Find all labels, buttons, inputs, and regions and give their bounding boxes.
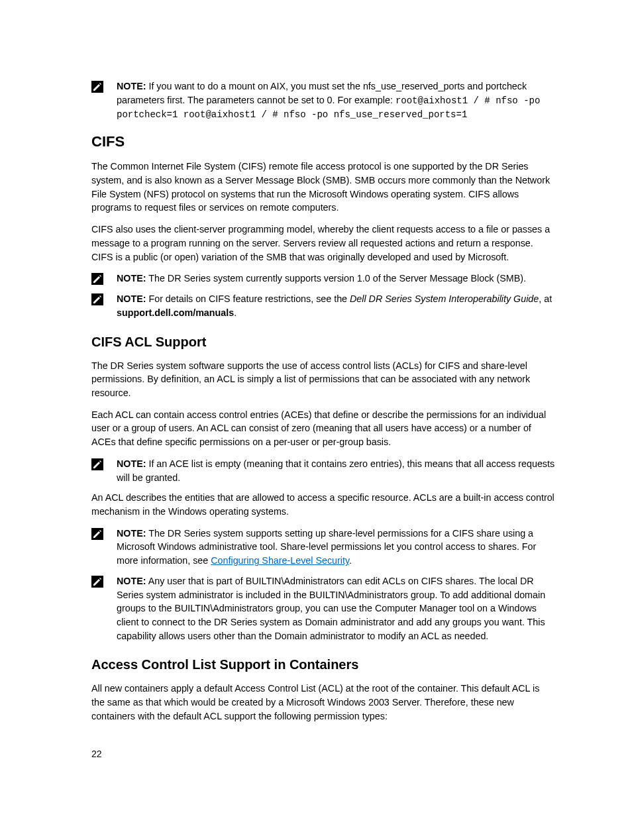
note-label: NOTE: xyxy=(117,458,146,469)
note-block-builtin: NOTE: Any user that is part of BUILTIN\A… xyxy=(91,574,555,643)
note-body: For details on CIFS feature restrictions… xyxy=(146,293,350,304)
note-body: , at xyxy=(539,293,552,304)
note-label: NOTE: xyxy=(117,576,146,586)
note-block-share-level: NOTE: The DR Series system supports sett… xyxy=(91,527,555,568)
paragraph: An ACL describes the entities that are a… xyxy=(91,491,555,518)
note-block-smb: NOTE: The DR Series system currently sup… xyxy=(91,272,555,286)
note-body: If an ACE list is empty (meaning that it… xyxy=(117,458,554,483)
pencil-icon xyxy=(91,81,103,93)
link-config-share-security[interactable]: Configuring Share-Level Security xyxy=(211,555,349,566)
note-label: NOTE: xyxy=(117,528,146,539)
note-block-ace: NOTE: If an ACE list is empty (meaning t… xyxy=(91,457,555,484)
paragraph: The DR Series system software supports t… xyxy=(91,359,555,400)
heading-acl-containers: Access Control List Support in Container… xyxy=(91,657,555,672)
pencil-icon xyxy=(91,458,103,470)
note-text: NOTE: For details on CIFS feature restri… xyxy=(117,292,555,319)
paragraph: CIFS also uses the client-server program… xyxy=(91,223,555,264)
pencil-icon xyxy=(91,528,103,540)
note-label: NOTE: xyxy=(117,273,146,284)
pencil-icon xyxy=(91,576,103,588)
note-text: NOTE: If you want to do a mount on AIX, … xyxy=(117,79,555,121)
note-body: The DR Series system currently supports … xyxy=(146,273,525,284)
paragraph: The Common Internet File System (CIFS) r… xyxy=(91,160,555,215)
page-content: NOTE: If you want to do a mount on AIX, … xyxy=(91,79,555,731)
note-text: NOTE: The DR Series system supports sett… xyxy=(117,527,555,568)
pencil-icon xyxy=(91,293,103,305)
note-body: . xyxy=(234,307,237,318)
note-body: Any user that is part of BUILTIN\Adminis… xyxy=(117,576,545,641)
heading-cifs-acl: CIFS ACL Support xyxy=(91,335,555,350)
note-label: NOTE: xyxy=(117,293,146,304)
pencil-icon xyxy=(91,273,103,285)
note-text: NOTE: Any user that is part of BUILTIN\A… xyxy=(117,574,555,643)
note-text: NOTE: The DR Series system currently sup… xyxy=(117,272,555,286)
note-text: NOTE: If an ACE list is empty (meaning t… xyxy=(117,457,555,484)
note-label: NOTE: xyxy=(117,81,146,91)
paragraph: All new containers apply a default Acces… xyxy=(91,682,555,723)
heading-cifs: CIFS xyxy=(91,133,555,150)
note-body: . xyxy=(349,555,352,566)
support-url: support.dell.com/manuals xyxy=(117,307,234,318)
paragraph: Each ACL can contain access control entr… xyxy=(91,408,555,449)
guide-title: Dell DR Series System Interoperability G… xyxy=(350,293,539,304)
page-number: 22 xyxy=(91,749,102,759)
note-block-guide: NOTE: For details on CIFS feature restri… xyxy=(91,292,555,319)
note-block-aix: NOTE: If you want to do a mount on AIX, … xyxy=(91,79,555,121)
